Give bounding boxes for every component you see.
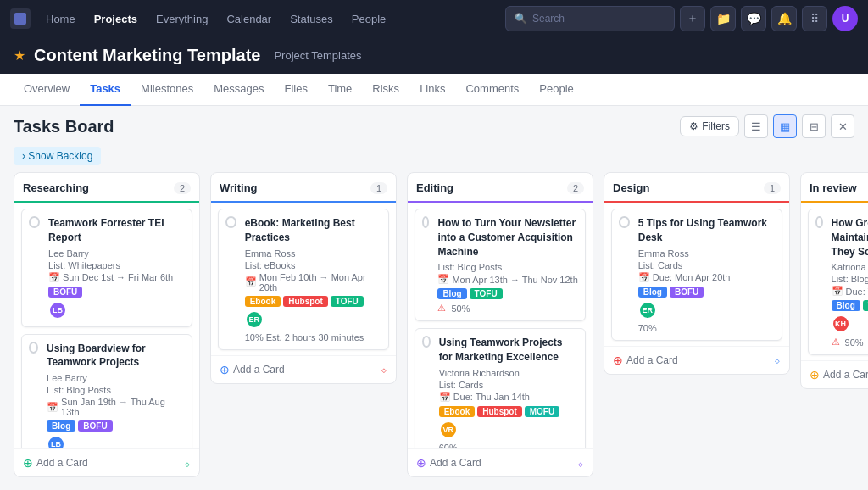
card-date: 📅 Due: Thu Jan 14th — [439, 392, 578, 403]
search-input[interactable] — [532, 13, 665, 25]
search-icon: 🔍 — [515, 13, 527, 25]
warn-icon: ⚠ — [832, 337, 840, 348]
avatar-row: KH — [832, 315, 868, 333]
tag-bofu: BOFU — [670, 287, 704, 298]
split-view-btn[interactable]: ⊟ — [802, 114, 826, 138]
tab-overview[interactable]: Overview — [14, 74, 80, 106]
card-list: List: Whitepapers — [48, 260, 185, 270]
card-person: Victoria Richardson — [439, 368, 578, 378]
column-header-editing: Editing 2 — [408, 173, 593, 203]
nav-projects[interactable]: Projects — [87, 9, 144, 29]
search-bar[interactable]: 🔍 — [505, 6, 675, 31]
card-avatar: VR — [439, 420, 458, 439]
add-button[interactable]: ＋ — [680, 6, 705, 31]
tab-messages[interactable]: Messages — [203, 74, 274, 106]
app-logo[interactable] — [10, 8, 31, 29]
card-list: List: Cards — [638, 260, 775, 270]
tab-links[interactable]: Links — [409, 74, 455, 106]
card-status-circle — [225, 216, 236, 228]
card-list: List: eBooks — [245, 260, 381, 270]
column-header-design: Design 1 — [604, 173, 789, 203]
subnav: Overview Tasks Milestones Messages Files… — [0, 74, 868, 106]
nav-statuses[interactable]: Statuses — [283, 9, 340, 29]
column-researching: Researching 2 Teamwork Forrester TEI Rep… — [14, 172, 200, 477]
calendar-icon: 📅 — [47, 402, 58, 413]
card-title: Using Teamwork Projects for Marketing Ex… — [439, 336, 578, 365]
add-card-button-design[interactable]: ⊕ Add a Card — [613, 354, 678, 367]
card-date: 📅 Sun Dec 1st → Fri Mar 6th — [48, 272, 185, 283]
list-view-btn[interactable]: ☰ — [744, 114, 768, 138]
tag-mofu: MOFU — [525, 406, 559, 417]
avatar-row: ER — [245, 310, 381, 329]
avatar-row: ER — [638, 301, 775, 320]
nav-home[interactable]: Home — [39, 9, 82, 29]
progress-text: 70% — [638, 323, 657, 333]
close-view-btn[interactable]: ✕ — [831, 114, 854, 138]
card-date: 📅 Mon Feb 10th → Mon Apr 20th — [245, 272, 381, 292]
plus-icon: ⊕ — [810, 368, 820, 381]
calendar-icon: 📅 — [437, 274, 449, 285]
project-subtitle: Project Templates — [274, 49, 361, 62]
card-status-circle — [422, 216, 429, 228]
tab-milestones[interactable]: Milestones — [131, 74, 203, 106]
tag-bofu: BOFU — [48, 287, 82, 298]
plus-icon: ⊕ — [613, 354, 623, 367]
column-footer-writing: ⊕ Add a Card ⬦ — [211, 355, 396, 383]
footer-icon-design: ⬦ — [774, 354, 781, 366]
card-tags: BOFU — [48, 287, 185, 298]
card-date: 📅 Due: Wed Sep 30th — [832, 286, 868, 297]
filter-button[interactable]: ⚙ Filters — [680, 116, 739, 136]
avatar-row: VR — [439, 420, 578, 439]
progress-text: 10% Est. 2 hours 30 minutes — [245, 332, 364, 342]
column-title-design: Design — [613, 181, 759, 194]
card-tags: Blog BOFU — [47, 420, 185, 432]
bell-icon-btn[interactable]: 🔔 — [771, 6, 797, 31]
nav-people[interactable]: People — [345, 9, 392, 29]
tag-hubspot: Hubspot — [477, 406, 522, 417]
column-writing: Writing 1 eBook: Marketing Best Practice… — [210, 172, 397, 384]
tab-files[interactable]: Files — [274, 74, 317, 106]
add-card-button-writing[interactable]: ⊕ Add a Card — [220, 363, 285, 376]
progress-row: ⚠ 90% — [832, 337, 868, 348]
calendar-icon: 📅 — [439, 392, 451, 403]
tab-risks[interactable]: Risks — [362, 74, 409, 106]
add-card-button-editing[interactable]: ⊕ Add a Card — [416, 456, 481, 470]
chat-icon-btn[interactable]: 💬 — [741, 6, 766, 31]
add-card-button-researching[interactable]: ⊕ Add a Card — [23, 456, 88, 470]
nav-everything[interactable]: Everything — [149, 9, 214, 29]
toolbar: Tasks Board ⚙ Filters ☰ ▦ ⊟ ✕ — [0, 106, 868, 143]
star-icon[interactable]: ★ — [14, 47, 25, 64]
folder-icon-btn[interactable]: 📁 — [710, 6, 736, 31]
column-title-writing: Writing — [220, 181, 365, 194]
card-list: List: Blog Posts — [437, 262, 578, 272]
tag-ebook: Ebook — [245, 296, 281, 307]
card-person: Emma Ross — [245, 248, 381, 259]
card-5tips: 5 Tips for Using Teamwork Desk Emma Ross… — [611, 209, 782, 341]
card-tags: Blog TOFU — [437, 288, 578, 299]
show-backlog-button[interactable]: › Show Backlog — [14, 147, 101, 165]
card-date: 📅 Mon Apr 13th → Thu Nov 12th — [437, 274, 578, 285]
progress-row: 70% — [638, 323, 775, 333]
tab-comments[interactable]: Comments — [455, 74, 529, 106]
card-title: How to Turn Your Newsletter into a Custo… — [437, 216, 578, 259]
board-view-btn[interactable]: ▦ — [773, 114, 797, 138]
avatar-row: LB — [47, 435, 185, 448]
tag-blog: Blog — [47, 420, 75, 432]
column-title-inreview: In review — [810, 181, 868, 194]
add-card-button-inreview[interactable]: ⊕ Add a Card — [810, 368, 868, 381]
grid-icon-btn[interactable]: ⠿ — [802, 6, 827, 31]
tab-tasks[interactable]: Tasks — [80, 74, 131, 106]
card-person: Katriona Heaslip — [832, 262, 868, 272]
tag-tofu: TOFU — [470, 288, 503, 299]
tab-people[interactable]: People — [529, 74, 583, 106]
tab-time[interactable]: Time — [318, 74, 362, 106]
avatar[interactable]: U — [832, 6, 858, 31]
calendar-icon: 📅 — [48, 272, 60, 283]
calendar-icon: 📅 — [638, 272, 650, 283]
card-title: Using Boardview for Teamwork Projects — [47, 342, 185, 370]
nav-calendar[interactable]: Calendar — [220, 9, 278, 29]
topnav: Home Projects Everything Calendar Status… — [0, 0, 868, 37]
tag-blog: Blog — [832, 300, 860, 311]
column-footer-editing: ⊕ Add a Card ⬦ — [408, 448, 593, 476]
warn-icon: ⚠ — [437, 303, 446, 314]
